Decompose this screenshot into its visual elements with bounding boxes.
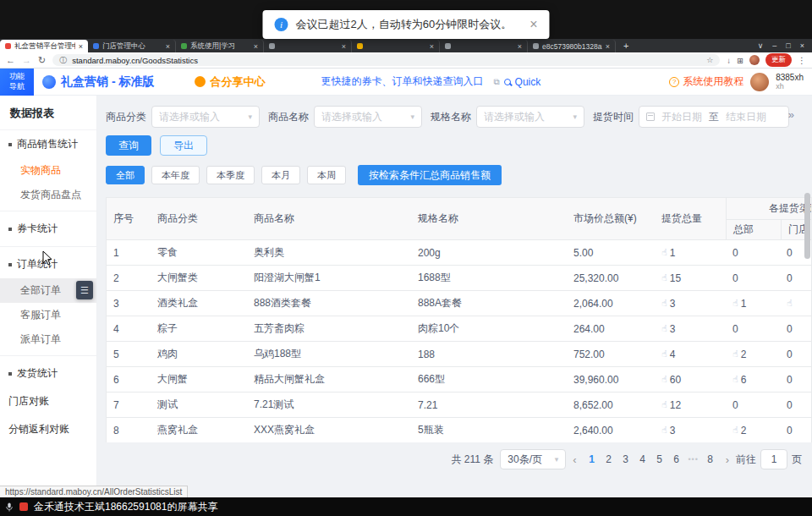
filter-select[interactable]: 请选择或输入▾	[476, 106, 584, 128]
tab-close-icon[interactable]: ×	[518, 42, 522, 51]
status-url-bubble: https://standard.maboy.cn/AllOrderStatis…	[0, 486, 188, 497]
summary-button[interactable]: 按检索条件汇总商品销售额	[358, 165, 502, 185]
tab-close-icon[interactable]: ×	[79, 42, 83, 51]
export-button[interactable]: 导出	[160, 135, 207, 156]
tab-search-icon[interactable]: ∨	[758, 41, 764, 50]
browser-profile-avatar[interactable]	[749, 55, 760, 65]
tab-close-icon[interactable]: ×	[606, 42, 610, 51]
cell-value: 0	[787, 349, 793, 360]
page-size-select[interactable]: 30条/页 ▾	[500, 449, 566, 469]
col-channels-label: 各提货渠道	[727, 198, 812, 220]
pointer-hand-icon[interactable]: ☝	[661, 298, 667, 309]
tab-close-icon[interactable]: ×	[430, 42, 434, 51]
browser-tab[interactable]: 礼盒营销平台管理中心×	[0, 40, 88, 52]
cell-value: 60	[670, 374, 681, 386]
screen-share-bar: 金禾通技术王斌18662591081的屏幕共享	[0, 497, 812, 516]
pagination-page[interactable]: 6	[668, 449, 685, 469]
sidebar-item[interactable]: 门店对账	[0, 387, 96, 415]
sidebar-item[interactable]: 派单订单	[0, 327, 96, 352]
minimize-icon[interactable]: –	[772, 41, 776, 50]
site-info-icon[interactable]: ⓘ	[59, 55, 67, 66]
close-icon[interactable]: ×	[529, 18, 537, 31]
pointer-hand-icon[interactable]: ☝	[661, 272, 667, 283]
date-separator: 至	[709, 110, 719, 124]
pointer-hand-icon[interactable]: ☝	[661, 349, 667, 360]
tab-title: 礼盒营销平台管理中心	[14, 41, 75, 52]
window-close-icon[interactable]: ×	[800, 41, 804, 50]
filter-select[interactable]: 请选择或输入▾	[151, 106, 260, 128]
tab-close-icon[interactable]: ×	[254, 42, 258, 51]
tab-close-icon[interactable]: ×	[166, 42, 170, 51]
pointer-hand-icon[interactable]: ☝	[661, 323, 667, 334]
quick-search-link[interactable]: ⧉ Quick	[493, 76, 540, 88]
extensions-icon[interactable]: ⊞	[737, 56, 743, 65]
collapse-panel-icon[interactable]: »	[788, 108, 793, 121]
back-icon[interactable]: ←	[6, 56, 15, 65]
function-nav-button[interactable]: 功能 导航	[0, 69, 34, 96]
reload-icon[interactable]: ↻	[38, 56, 46, 65]
pagination-page[interactable]: 4	[634, 449, 651, 469]
quick-filter-button[interactable]: 本年度	[151, 166, 200, 184]
pointer-hand-icon[interactable]: ☝	[732, 298, 738, 309]
browser-tab[interactable]: 系统使用|学习×	[176, 40, 264, 52]
chevron-down-icon: ▾	[248, 113, 252, 121]
pagination-page[interactable]: 3	[617, 449, 634, 469]
user-avatar[interactable]	[750, 73, 769, 91]
sidebar-item[interactable]: 发货统计	[0, 360, 96, 387]
browser-menu-icon[interactable]: ⋮	[798, 56, 806, 65]
browser-tab[interactable]: e8c573980b1328a258fd2e6f×	[528, 40, 616, 52]
pagination-page[interactable]: 8	[702, 449, 719, 469]
sidebar-item[interactable]: 券卡统计	[0, 215, 96, 243]
pointer-hand-icon[interactable]: ☝	[732, 374, 738, 385]
date-range-picker[interactable]: 开始日期 至 结束日期	[639, 106, 789, 128]
quick-filter-button[interactable]: 全部	[106, 166, 145, 184]
filter-select[interactable]: 请选择或输入▾	[314, 106, 422, 128]
address-bar[interactable]: ⓘ standard.maboy.cn/GoodsStatistics ☆	[52, 54, 720, 66]
browser-tab[interactable]: ×	[352, 40, 440, 52]
scrollbar-thumb[interactable]	[804, 193, 810, 259]
quick-filter-button[interactable]: 本周	[307, 166, 346, 184]
sidebar-item-label: 发货商品盘点	[20, 188, 81, 202]
sidebar-item[interactable]: 发货商品盘点	[0, 183, 96, 207]
browser-tab[interactable]: ×	[264, 40, 352, 52]
pointer-hand-icon[interactable]: ☝	[661, 247, 667, 258]
sidebar-item[interactable]: 实物商品	[0, 158, 96, 183]
download-icon[interactable]: ↓	[727, 56, 731, 65]
user-info: 8385xh xh	[776, 73, 804, 91]
share-center-link[interactable]: 合分享中心	[195, 74, 265, 90]
pointer-hand-icon[interactable]: ☝	[661, 374, 667, 385]
cell-spec: 888A套餐	[411, 291, 567, 316]
sidebar-item[interactable]: 商品销售统计	[0, 130, 96, 158]
prev-page-icon[interactable]: ‹	[573, 453, 576, 466]
pointer-hand-icon[interactable]: ☝	[732, 349, 738, 360]
sidebar-toggle-button[interactable]: ☰	[76, 281, 93, 299]
quick-filter-button[interactable]: 本季度	[206, 166, 255, 184]
tutorial-link[interactable]: ? 系统使用教程	[669, 74, 743, 89]
maximize-icon[interactable]: □	[786, 41, 790, 50]
quick-filter-button[interactable]: 本月	[261, 166, 300, 184]
browser-tab[interactable]: 门店管理中心×	[88, 40, 176, 52]
new-tab-button[interactable]: +	[616, 41, 636, 51]
browser-update-button[interactable]: 更新	[765, 53, 792, 67]
pointer-hand-icon[interactable]: ☝	[661, 399, 667, 410]
sidebar-item[interactable]: 分销返利对账	[0, 415, 96, 443]
forward-icon[interactable]: →	[22, 56, 31, 65]
goto-page-input[interactable]	[760, 449, 787, 469]
pagination-page[interactable]: 2	[601, 449, 617, 469]
pagination-page[interactable]: 1	[584, 449, 601, 469]
bookmark-star-icon[interactable]: ☆	[706, 56, 713, 64]
url-text[interactable]: standard.maboy.cn/GoodsStatistics	[72, 56, 701, 65]
pointer-hand-icon[interactable]: ☝	[787, 298, 793, 309]
pointer-hand-icon[interactable]: ☝	[661, 425, 667, 436]
search-button[interactable]: 查询	[106, 135, 151, 156]
next-page-icon[interactable]: ›	[726, 453, 729, 466]
pagination-page[interactable]: 5	[651, 449, 668, 469]
date-end-placeholder: 结束日期	[726, 110, 766, 124]
tab-close-icon[interactable]: ×	[342, 42, 346, 51]
tab-favicon-icon	[533, 43, 539, 49]
browser-tab[interactable]: ×	[440, 40, 528, 52]
cell-value: 3	[670, 298, 676, 310]
sidebar-item[interactable]: 客服订单	[0, 303, 96, 327]
sidebar-item[interactable]: 订单统计	[0, 250, 96, 278]
pointer-hand-icon[interactable]: ☝	[732, 425, 738, 436]
